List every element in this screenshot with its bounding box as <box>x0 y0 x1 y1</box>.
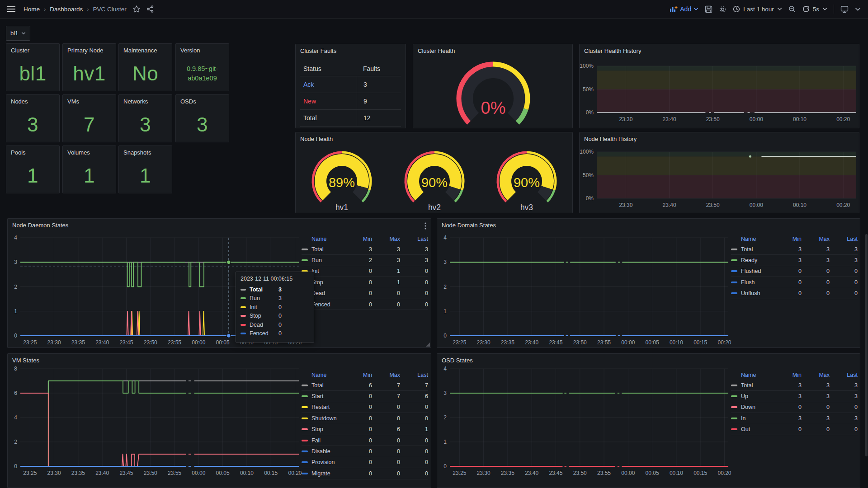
legend-header-name[interactable]: Name <box>741 372 774 378</box>
menu-hamburger-icon[interactable] <box>7 6 15 12</box>
legend-series-name[interactable]: Out <box>741 426 774 432</box>
legend-series-name[interactable]: Run <box>311 257 344 263</box>
panel-menu-kebab-icon[interactable] <box>425 222 426 230</box>
panel-resize-handle[interactable] <box>426 343 430 347</box>
legend-series-name[interactable]: Total <box>311 246 344 253</box>
legend-header-min[interactable]: Min <box>344 372 372 378</box>
legend-header-max[interactable]: Max <box>802 236 830 242</box>
panel-title[interactable]: Primary Node <box>67 47 103 54</box>
variable-dropdown-cluster[interactable]: bl1 <box>6 26 30 41</box>
kiosk-mode-monitor-icon[interactable] <box>840 5 849 13</box>
legend-header-name[interactable]: Name <box>311 372 344 378</box>
panel-title[interactable]: Node Domain States <box>442 222 496 229</box>
legend-series-name[interactable]: Total <box>741 246 774 253</box>
legend-series-name[interactable]: Start <box>311 393 344 399</box>
legend-row-run[interactable]: Run233 <box>302 255 428 266</box>
panel-title[interactable]: Snapshots <box>123 149 151 156</box>
nav-more-chevron-icon[interactable] <box>855 7 861 11</box>
gauge-node-label[interactable]: hv3 <box>520 203 533 212</box>
legend-header-min[interactable]: Min <box>774 372 802 378</box>
legend-row-disable[interactable]: Disable000 <box>302 446 428 457</box>
legend-header-last[interactable]: Last <box>400 236 428 242</box>
page-scrollbar[interactable] <box>865 234 868 456</box>
legend-row-flushed[interactable]: Flushed000 <box>731 266 858 277</box>
legend-series-name[interactable]: Unflush <box>741 290 774 296</box>
cluster-health-history-chart[interactable]: 0%50%100%23:3023:4023:5000:0000:1000:20 <box>580 44 859 128</box>
legend-row-total[interactable]: Total333 <box>731 380 858 391</box>
legend-row-total[interactable]: Total677 <box>302 380 428 391</box>
legend-row-init[interactable]: Init010 <box>302 266 428 277</box>
panel-title[interactable]: Nodes <box>11 98 28 105</box>
legend-series-name[interactable]: Init <box>311 268 344 274</box>
refresh-controls[interactable]: 5s <box>802 5 827 13</box>
legend-header-last[interactable]: Last <box>400 372 428 378</box>
panel-title[interactable]: Pools <box>11 149 26 156</box>
panel-title[interactable]: Version <box>180 47 200 54</box>
legend-header-last[interactable]: Last <box>830 372 858 378</box>
legend-series-name[interactable]: Fail <box>311 437 344 444</box>
legend-row-stop[interactable]: Stop061 <box>302 424 428 435</box>
gauge-node-label[interactable]: hv1 <box>335 203 348 212</box>
legend-header-last[interactable]: Last <box>830 236 858 242</box>
legend-header-name[interactable]: Name <box>311 236 344 242</box>
legend-row-fail[interactable]: Fail000 <box>302 435 428 446</box>
panel-title[interactable]: Cluster Health <box>418 47 455 54</box>
legend-series-name[interactable]: Restart <box>311 404 344 410</box>
panel-title[interactable]: Node Health History <box>584 136 637 142</box>
legend-series-name[interactable]: Provision <box>311 459 344 465</box>
legend-series-name[interactable]: Total <box>741 382 774 389</box>
node-health-history-chart[interactable]: 0%50%100%23:3023:4023:5000:0000:1000:20 <box>580 132 859 213</box>
time-range-picker[interactable]: Last 1 hour <box>733 5 782 13</box>
legend-row-provision[interactable]: Provision000 <box>302 457 428 468</box>
legend-series-name[interactable]: Flushed <box>741 268 774 274</box>
share-icon[interactable] <box>146 5 154 13</box>
legend-header-max[interactable]: Max <box>802 372 830 378</box>
legend-series-name[interactable]: Down <box>741 404 774 410</box>
dashboard-settings-gear-icon[interactable] <box>719 5 726 13</box>
breadcrumb-dashboards[interactable]: Dashboards <box>50 6 83 13</box>
panel-title[interactable]: Networks <box>123 98 148 105</box>
legend-row-total[interactable]: Total333 <box>302 244 428 255</box>
legend-header-max[interactable]: Max <box>372 236 400 242</box>
legend-series-name[interactable]: Fenced <box>311 301 344 308</box>
legend-series-name[interactable]: Total <box>311 382 344 389</box>
zoom-out-icon[interactable] <box>788 5 796 13</box>
legend-row-out[interactable]: Out000 <box>731 424 858 435</box>
panel-title[interactable]: Node Health <box>300 136 333 142</box>
panel-title[interactable]: Volumes <box>67 149 90 156</box>
legend-series-name[interactable]: Stop <box>311 279 344 286</box>
add-panel-button[interactable]: Add <box>670 5 698 13</box>
legend-series-name[interactable]: Disable <box>311 448 344 455</box>
legend-row-stop[interactable]: Stop010 <box>302 277 428 288</box>
legend-series-name[interactable]: Migrate <box>311 470 344 477</box>
save-dashboard-icon[interactable] <box>705 5 712 13</box>
legend-row-dead[interactable]: Dead000 <box>302 288 428 299</box>
legend-row-flush[interactable]: Flush000 <box>731 277 858 288</box>
legend-row-total[interactable]: Total333 <box>731 244 858 255</box>
legend-row-start[interactable]: Start076 <box>302 391 428 402</box>
panel-title[interactable]: Cluster Faults <box>300 47 336 54</box>
legend-row-shutdown[interactable]: Shutdown000 <box>302 413 428 424</box>
favorite-star-icon[interactable] <box>133 5 140 13</box>
legend-series-name[interactable]: Up <box>741 393 774 399</box>
panel-title[interactable]: Maintenance <box>123 47 157 54</box>
panel-title[interactable]: Cluster Health History <box>584 47 641 54</box>
legend-header-max[interactable]: Max <box>372 372 400 378</box>
legend-series-name[interactable]: Flush <box>741 279 774 286</box>
legend-series-name[interactable]: Ready <box>741 257 774 263</box>
legend-series-name[interactable]: Dead <box>311 290 344 296</box>
legend-header-min[interactable]: Min <box>344 236 372 242</box>
legend-row-in[interactable]: In333 <box>731 413 858 424</box>
gauge-node-label[interactable]: hv2 <box>428 203 440 212</box>
faults-col-header-faults[interactable]: Faults <box>357 61 401 76</box>
legend-header-min[interactable]: Min <box>774 236 802 242</box>
legend-series-name[interactable]: Stop <box>311 426 344 432</box>
panel-title[interactable]: OSD States <box>442 357 473 364</box>
breadcrumb-home[interactable]: Home <box>24 6 40 13</box>
panel-title[interactable]: Node Daemon States <box>12 222 68 229</box>
legend-series-name[interactable]: In <box>741 415 774 422</box>
legend-row-ready[interactable]: Ready333 <box>731 255 858 266</box>
legend-row-restart[interactable]: Restart000 <box>302 402 428 413</box>
legend-series-name[interactable]: Shutdown <box>311 415 344 422</box>
panel-title[interactable]: VM States <box>12 357 39 364</box>
